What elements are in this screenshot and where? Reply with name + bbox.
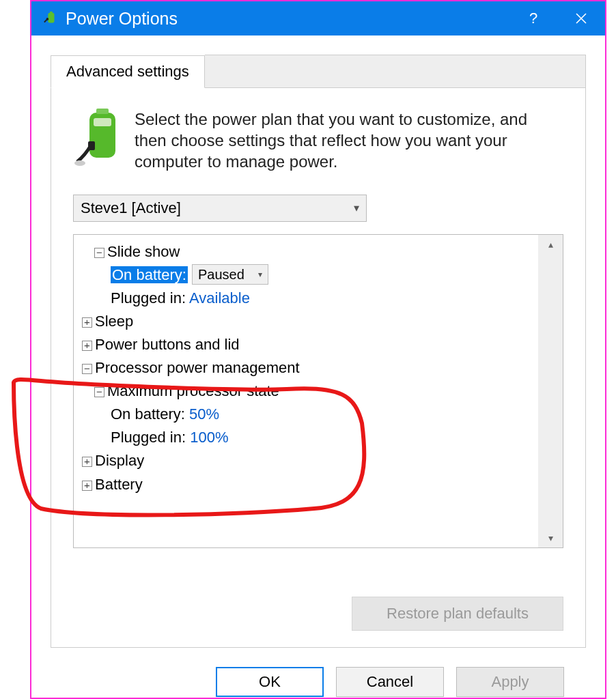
- tree-item-battery[interactable]: Battery: [78, 473, 538, 496]
- scroll-up-icon[interactable]: ▴: [548, 239, 553, 250]
- slide-show-on-battery-row[interactable]: On battery: Paused ▾: [78, 263, 538, 287]
- tabstrip: Advanced settings: [51, 55, 586, 88]
- ok-button[interactable]: OK: [216, 667, 324, 697]
- battery-plug-icon: [42, 10, 59, 27]
- svg-rect-1: [50, 12, 53, 14]
- battery-large-icon: [73, 109, 121, 169]
- slide-show-plugged-row[interactable]: Plugged in: Available: [78, 287, 538, 310]
- help-button[interactable]: ?: [509, 1, 557, 35]
- dialog-button-row: OK Cancel Apply: [51, 648, 586, 697]
- slide-show-on-battery-select[interactable]: Paused ▾: [192, 264, 268, 285]
- selected-label: On battery:: [111, 266, 188, 283]
- power-plan-value: Steve1 [Active]: [81, 199, 181, 217]
- apply-button[interactable]: Apply: [456, 667, 564, 697]
- collapse-icon[interactable]: [82, 364, 92, 374]
- titlebar: Power Options ?: [31, 1, 605, 35]
- expand-icon[interactable]: [82, 341, 92, 351]
- tree-item-display[interactable]: Display: [78, 449, 538, 472]
- chevron-down-icon: ▾: [258, 268, 262, 281]
- expand-icon[interactable]: [82, 317, 92, 328]
- max-state-plugged-value[interactable]: 100%: [190, 429, 228, 446]
- expand-icon[interactable]: [82, 457, 92, 467]
- svg-point-7: [74, 160, 85, 166]
- restore-plan-defaults-button[interactable]: Restore plan defaults: [352, 597, 563, 631]
- scroll-down-icon[interactable]: ▾: [548, 532, 553, 543]
- svg-rect-6: [88, 141, 95, 150]
- intro-text: Select the power plan that you want to c…: [135, 109, 563, 173]
- tree-item-sleep[interactable]: Sleep: [78, 310, 538, 333]
- tab-advanced-settings[interactable]: Advanced settings: [51, 55, 205, 88]
- tree-item-max-processor-state[interactable]: Maximum processor state: [78, 380, 538, 403]
- max-state-on-battery-row[interactable]: On battery: 50%: [78, 403, 538, 426]
- power-plan-select[interactable]: Steve1 [Active] ▾: [73, 195, 367, 222]
- slide-show-plugged-value[interactable]: Available: [189, 289, 250, 306]
- collapse-icon[interactable]: [94, 248, 104, 258]
- collapse-icon[interactable]: [94, 387, 104, 397]
- power-options-dialog: Power Options ? Advanced settings: [30, 0, 606, 699]
- svg-point-2: [46, 18, 49, 20]
- close-button[interactable]: [557, 1, 605, 35]
- window-title: Power Options: [66, 9, 509, 29]
- svg-rect-5: [94, 118, 111, 126]
- svg-rect-0: [48, 13, 54, 23]
- tree-item-power-buttons-lid[interactable]: Power buttons and lid: [78, 333, 538, 356]
- max-state-plugged-row[interactable]: Plugged in: 100%: [78, 426, 538, 449]
- tree-item-processor-power-management[interactable]: Processor power management: [78, 356, 538, 380]
- settings-tree: Slide show On battery: Paused ▾ Plugged …: [73, 234, 563, 548]
- tree-scrollbar[interactable]: ▴ ▾: [538, 235, 563, 547]
- max-state-on-battery-value[interactable]: 50%: [189, 405, 219, 423]
- cancel-button[interactable]: Cancel: [336, 667, 444, 697]
- tab-content: Select the power plan that you want to c…: [51, 88, 586, 648]
- chevron-down-icon: ▾: [354, 201, 359, 214]
- tree-item-slide-show[interactable]: Slide show: [78, 240, 538, 263]
- svg-rect-4: [96, 109, 109, 114]
- expand-icon[interactable]: [82, 481, 92, 491]
